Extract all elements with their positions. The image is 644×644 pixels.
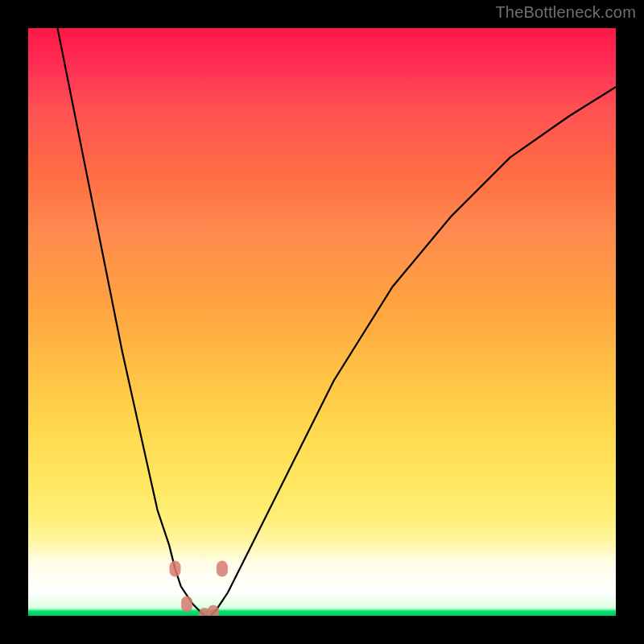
watermark-label: TheBottleneck.com [495,3,636,22]
chart-frame: TheBottleneck.com [0,0,644,644]
chart-plot-area [28,28,616,616]
